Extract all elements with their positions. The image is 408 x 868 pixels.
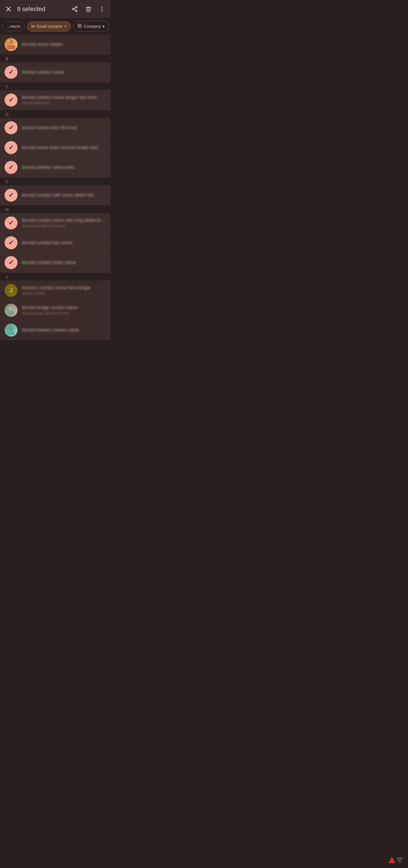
contact-info-d3: blurred shorter name entry	[22, 165, 106, 170]
avatar-b1: ✓	[4, 66, 18, 79]
share-button[interactable]	[71, 5, 79, 13]
contact-info-j1: blurred j contact name here longer blurr…	[22, 285, 106, 296]
contact-detail-c1: blurred detail line	[22, 101, 106, 105]
contact-name-j1: blurred j contact name here longer	[22, 285, 106, 290]
contact-name-j2: blurred image contact name	[22, 305, 106, 310]
more-button[interactable]	[98, 5, 106, 13]
delete-button[interactable]	[85, 5, 92, 13]
avatar-d3: ✓	[4, 161, 18, 174]
checkmark-h1: ✓	[8, 219, 13, 227]
top-contact-info: blurred name hidden	[22, 42, 106, 47]
contact-name-h3: blurred contact three name	[22, 260, 106, 265]
section-h-header: H	[0, 205, 111, 213]
avatar-c1: ✓	[4, 93, 18, 106]
contact-f1[interactable]: ✓ blurred contact with some detail info	[0, 185, 111, 205]
contact-j2[interactable]: blurred image contact name blurred image…	[0, 300, 111, 320]
avatar-bottom	[4, 323, 18, 337]
company-chip[interactable]: Company ▾	[73, 21, 109, 32]
contact-info-c1: blurred contact name longer text here bl…	[22, 95, 106, 105]
contact-info-b1: blurred contact name	[22, 70, 106, 75]
svg-rect-21	[8, 331, 14, 335]
section-c-header: C	[0, 82, 111, 90]
contact-h1[interactable]: ✓ blurred contact name with long detail …	[0, 213, 111, 233]
email-chip-close[interactable]: ×	[64, 24, 67, 29]
top-avatar	[4, 38, 18, 51]
contact-d3[interactable]: ✓ blurred shorter name entry	[0, 157, 111, 177]
close-button[interactable]	[4, 5, 12, 13]
avatar-d1: ✓	[4, 121, 18, 134]
company-chip-icon	[77, 24, 82, 29]
contact-name-d3: blurred shorter name entry	[22, 165, 106, 170]
contact-name-d1: blurred name entry first one	[22, 125, 106, 130]
company-chip-chevron[interactable]: ▾	[102, 24, 104, 29]
contact-h2[interactable]: ✓ blurred contact two name	[0, 233, 111, 253]
contact-info-h3: blurred contact three name	[22, 260, 106, 265]
avatar-j1-letter: J	[10, 287, 13, 294]
contact-d1[interactable]: ✓ blurred name entry first one	[0, 118, 111, 138]
top-partial-contact[interactable]: blurred name hidden	[0, 35, 111, 54]
contact-info-f1: blurred contact with some detail info	[22, 193, 106, 198]
svg-rect-12	[78, 26, 79, 28]
avatar-h1: ✓	[4, 216, 18, 229]
section-j-header: J	[0, 273, 111, 280]
svg-rect-16	[7, 40, 10, 43]
svg-rect-13	[80, 26, 82, 28]
top-contact-name: blurred name hidden	[22, 42, 106, 47]
svg-line-5	[74, 9, 76, 10]
svg-rect-11	[80, 24, 82, 26]
email-chip-icon: ✉	[31, 24, 35, 29]
avatar-j2	[4, 304, 18, 317]
contact-h3[interactable]: ✓ blurred contact three name	[0, 253, 111, 273]
checkmark-b1: ✓	[8, 68, 13, 76]
checkmark-c1: ✓	[8, 96, 13, 104]
contact-j1[interactable]: J blurred j contact name here longer blu…	[0, 280, 111, 300]
contact-name-f1: blurred contact with some detail info	[22, 193, 106, 198]
contacts-chip[interactable]: ...ntacts	[2, 22, 25, 31]
contact-name-h2: blurred contact two name	[22, 240, 106, 245]
contact-info-h2: blurred contact two name	[22, 240, 106, 245]
contact-name-b1: blurred contact name	[22, 70, 106, 75]
filter-row: ...ntacts ✉ Email contacts × Company ▾	[0, 18, 111, 35]
svg-point-8	[101, 8, 102, 10]
svg-point-20	[9, 326, 13, 331]
contact-detail-j2: blurred image detail info here	[22, 311, 106, 315]
contact-c1[interactable]: ✓ blurred contact name longer text here …	[0, 90, 111, 110]
svg-rect-18	[8, 311, 14, 315]
checkmark-h3: ✓	[8, 259, 13, 266]
section-f-header: F	[0, 177, 111, 185]
avatar-f1: ✓	[4, 189, 18, 202]
contact-name-c1: blurred contact name longer text here	[22, 95, 106, 100]
email-contacts-chip[interactable]: ✉ Email contacts ×	[27, 21, 71, 32]
avatar-h2: ✓	[4, 236, 18, 249]
svg-point-7	[101, 7, 102, 8]
checkmark-d3: ✓	[8, 164, 13, 171]
svg-rect-10	[78, 24, 79, 26]
contact-info-h1: blurred contact name with long detail te…	[22, 218, 106, 228]
contact-info-bottom: blurred bottom contact name	[22, 328, 106, 333]
selected-count: 9 selected	[17, 5, 66, 13]
contact-info-d1: blurred name entry first one	[22, 125, 106, 130]
avatar-j1: J	[4, 284, 18, 297]
svg-point-9	[101, 10, 102, 11]
contact-info-d2: blurred name entry second longer text	[22, 145, 106, 150]
contact-b1[interactable]: ✓ blurred contact name	[0, 62, 111, 82]
top-bar: 9 selected	[0, 0, 111, 18]
svg-line-6	[74, 8, 76, 9]
svg-rect-19	[9, 307, 10, 309]
section-d-header: D	[0, 110, 111, 118]
contact-name-d2: blurred name entry second longer text	[22, 145, 106, 150]
avatar-h3: ✓	[4, 256, 18, 269]
contacts-chip-label: ...ntacts	[6, 24, 21, 29]
contact-bottom[interactable]: blurred bottom contact name	[0, 320, 111, 340]
contact-d2[interactable]: ✓ blurred name entry second longer text	[0, 138, 111, 157]
contact-name-bottom: blurred bottom contact name	[22, 328, 106, 333]
action-icons	[71, 5, 106, 13]
checkmark-h2: ✓	[8, 239, 13, 246]
company-chip-label: Company	[84, 24, 101, 29]
avatar-d2: ✓	[4, 141, 18, 154]
section-b-header: B	[0, 54, 111, 62]
contact-detail-j1: blurred j detail	[22, 291, 106, 296]
svg-rect-15	[7, 45, 15, 50]
checkmark-d2: ✓	[8, 144, 13, 151]
contact-info-j2: blurred image contact name blurred image…	[22, 305, 106, 315]
